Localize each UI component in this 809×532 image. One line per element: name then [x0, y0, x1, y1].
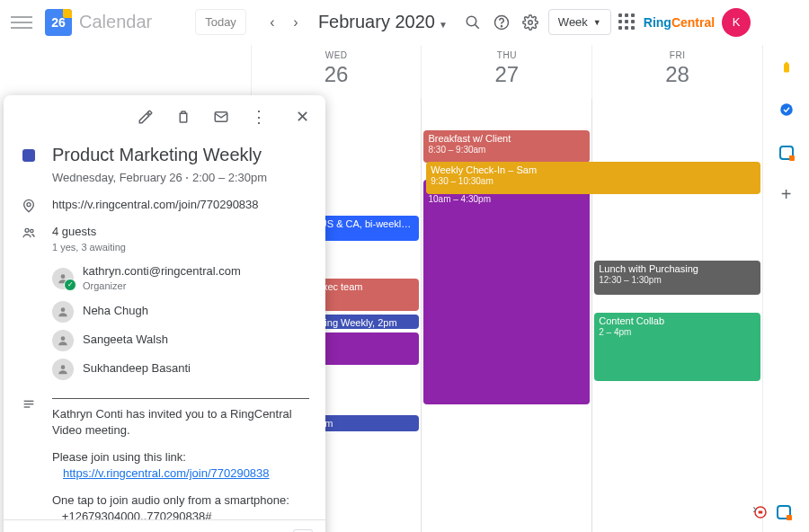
settings-icon[interactable] — [520, 12, 541, 33]
app-brand: Calendar — [79, 12, 152, 32]
guest-item[interactable]: kathryn.conti@ringcentral.comOrganizer — [52, 260, 309, 297]
guest-name: kathryn.conti@ringcentral.com — [83, 263, 241, 279]
ringcentral-addon-icon[interactable] — [778, 144, 796, 162]
today-button[interactable]: Today — [195, 9, 246, 35]
edit-event-icon[interactable] — [133, 104, 158, 129]
calendar-event[interactable]: Lunch with Purchasing12:30 – 1:30pm — [594, 261, 760, 295]
guest-name: Neha Chugh — [83, 303, 148, 319]
day-name: FRI — [592, 50, 762, 60]
description-icon — [20, 395, 38, 411]
day-headers: WED 26 THU 27 FRI 28 — [0, 45, 762, 99]
delete-event-icon[interactable] — [171, 104, 196, 129]
expand-right-panel-icon[interactable]: › — [752, 501, 757, 516]
keep-icon[interactable] — [778, 59, 796, 77]
svg-point-10 — [25, 229, 29, 233]
next-period-icon[interactable]: › — [288, 14, 304, 31]
svg-rect-7 — [759, 511, 763, 514]
svg-point-3 — [501, 25, 502, 26]
month-year-label: February 2020 — [318, 12, 435, 31]
prev-period-icon[interactable]: ‹ — [264, 14, 280, 31]
search-icon[interactable] — [462, 12, 484, 33]
svg-line-1 — [475, 24, 478, 28]
svg-point-12 — [61, 274, 66, 279]
guest-name: Sukhandeep Basanti — [83, 360, 191, 377]
help-icon[interactable] — [491, 12, 512, 33]
svg-point-9 — [27, 203, 31, 207]
event-title: Product Marketing Weekly — [52, 142, 309, 167]
day-number: 27 — [422, 62, 591, 87]
svg-point-5 — [780, 103, 793, 116]
guest-avatar — [52, 268, 74, 289]
day-name: THU — [422, 50, 591, 60]
day-header-thu: THU 27 — [421, 45, 591, 99]
svg-point-4 — [529, 20, 533, 24]
account-avatar[interactable]: K — [722, 8, 751, 37]
day-col-fri[interactable]: Lunch with Purchasing12:30 – 1:30pmConte… — [591, 99, 762, 532]
ringcentral-logo: RingCentral — [644, 15, 715, 30]
guests-icon — [20, 224, 38, 240]
calendar-event[interactable]: Breakfast w/ Client8:30 – 9:30am — [423, 130, 590, 163]
rc-brand-central: Central — [671, 15, 715, 30]
ringcentral-floating-icon[interactable] — [775, 503, 793, 521]
event-detail-panel: ⋮ ✕ Product Marketing Weekly Wednesday, … — [4, 95, 325, 532]
guest-item[interactable]: Neha Chugh — [52, 297, 309, 326]
day-header-fri: FRI 28 — [591, 45, 762, 99]
calendar-event[interactable]: Content Collab2 – 4pm — [594, 313, 760, 381]
guest-avatar — [52, 301, 74, 323]
svg-point-13 — [61, 307, 66, 312]
calendar-event[interactable]: QBR10am – 4:30pm — [423, 180, 590, 404]
desc-onetap-label: One tap to join audio only from a smartp… — [52, 492, 309, 509]
event-description: Kathryn Conti has invited you to a RingC… — [52, 395, 309, 519]
day-number: 28 — [592, 62, 762, 87]
tasks-icon[interactable] — [778, 101, 796, 119]
guest-item[interactable]: Sukhandeep Basanti — [52, 355, 309, 384]
guests-status: 1 yes, 3 awaiting — [52, 241, 309, 254]
right-side-panel: + — [762, 45, 809, 532]
location-icon — [20, 197, 38, 213]
close-panel-icon[interactable]: ✕ — [289, 104, 315, 129]
day-header-wed: WED 26 — [251, 45, 422, 99]
day-number: 26 — [252, 62, 422, 87]
event-location[interactable]: https://v.ringcentral.com/join/770290838 — [52, 197, 309, 213]
guest-item[interactable]: Sangeeta Walsh — [52, 326, 309, 355]
day-name: WED — [252, 50, 422, 60]
add-addon-icon[interactable]: + — [778, 185, 796, 203]
guest-avatar — [52, 359, 74, 380]
desc-intro: Kathryn Conti has invited you to a RingC… — [52, 406, 309, 439]
month-year-picker[interactable]: February 2020▼ — [318, 12, 448, 32]
event-color-chip — [22, 149, 35, 162]
more-options-icon[interactable]: ⋮ — [246, 104, 271, 129]
menu-icon[interactable] — [11, 12, 32, 33]
organizer-label: Organizer — [83, 279, 241, 293]
guest-name: Sangeeta Walsh — [83, 332, 168, 348]
desc-onetap-number: +12679304000,,770290838# — [52, 509, 309, 519]
mail-event-icon[interactable] — [209, 104, 234, 129]
top-bar: 26 Calendar Today ‹ › February 2020▼ Wee… — [0, 0, 809, 45]
event-subtitle: Wednesday, February 26 ⋅ 2:00 – 2:30pm — [52, 170, 309, 186]
calendar-logo: 26 — [45, 9, 72, 36]
apps-icon[interactable] — [618, 13, 636, 31]
desc-join-link[interactable]: https://v.ringcentral.com/join/770290838 — [63, 466, 270, 480]
view-switcher[interactable]: Week▼ — [548, 9, 611, 35]
svg-point-15 — [61, 365, 66, 369]
svg-point-14 — [61, 336, 66, 341]
guests-count: 4 guests — [52, 224, 309, 240]
view-label: Week — [558, 15, 588, 29]
guest-avatar — [52, 330, 74, 351]
rc-brand-ring: Ring — [644, 15, 671, 30]
svg-point-0 — [467, 16, 476, 26]
svg-point-11 — [31, 230, 33, 233]
calendar-event[interactable]: Weekly Check-In – Sam9:30 – 10:30am — [426, 162, 760, 194]
desc-join-label: Please join using this link: — [52, 449, 309, 466]
